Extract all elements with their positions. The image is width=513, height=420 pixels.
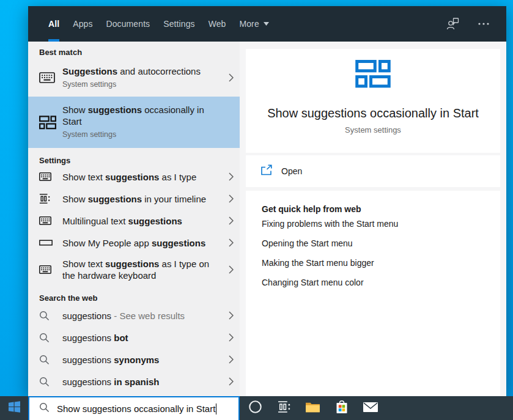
microsoft-store-button[interactable] [327,396,356,420]
web-result-suggestions[interactable]: suggestions - See web results [28,304,240,326]
taskbar: Show suggestions occasionally in Start [0,396,513,420]
quick-help-card: Get quick help from web Fixing problems … [246,191,500,396]
title-bold-part: in spanish [114,377,159,387]
title-post-part: as I type [159,172,196,182]
title-bold-part: suggestions [105,259,159,269]
chevron-right-icon[interactable] [225,355,234,364]
tab-settings[interactable]: Settings [157,6,201,42]
results-list: Best match Suggestions and autocorrectio… [28,42,240,396]
result-title: suggestions bot [57,332,225,344]
help-link-fixing-start-menu[interactable]: Fixing problems with the Start menu [262,214,488,234]
cortana-button[interactable] [241,396,270,420]
preview-subtitle: System settings [345,125,401,134]
section-header-settings: Settings [28,156,240,166]
chevron-right-icon[interactable] [225,216,234,225]
search-input-value: Show suggestions occasionally in Start [57,403,215,414]
mail-button[interactable] [356,396,385,420]
web-result-suggestions-bot[interactable]: suggestions bot [28,326,240,348]
result-my-people-app-suggestions[interactable]: Show My People app suggestions [28,232,240,254]
search-icon [39,311,57,321]
tab-all-label: All [48,19,59,29]
result-show-text-suggestions-hardware-keyboard[interactable]: Show text suggestions as I type on the h… [28,254,240,286]
title-pre-part: suggestions [62,333,114,343]
help-link-opening-start-menu[interactable]: Opening the Start menu [262,234,488,253]
search-flyout-window: All Apps Documents Settings Web More [28,6,506,396]
chevron-down-icon [264,22,269,26]
title-pre-part: Show My People app [62,238,152,248]
task-view-icon [278,400,290,416]
title-gray-part: - See web results [111,311,185,321]
result-title: suggestions - See web results [57,310,225,322]
title-pre-part: Multilingual text [62,216,128,226]
title-bold-part: synonyms [114,355,159,365]
result-title: Show text suggestions as I type on the h… [57,258,225,281]
result-show-suggestions-timeline[interactable]: Show suggestions in your timeline [28,188,240,210]
start-button[interactable] [0,396,28,420]
task-view-button[interactable] [270,396,298,420]
chevron-right-icon[interactable] [225,172,234,181]
title-pre-part: suggestions [62,377,114,387]
chevron-right-icon[interactable] [225,194,234,203]
chevron-right-icon[interactable] [225,333,234,342]
more-options-icon[interactable] [476,16,492,32]
title-pre-part: suggestions [62,311,111,321]
file-explorer-icon [305,401,320,416]
chevron-right-icon[interactable] [225,311,234,320]
chevron-right-icon[interactable] [225,73,234,82]
tab-web-label: Web [209,19,226,29]
tab-apps[interactable]: Apps [66,6,99,42]
title-pre-part: Show [62,105,88,115]
search-icon [39,377,57,387]
tab-documents-label: Documents [106,19,150,29]
result-suggestions-autocorrections[interactable]: Suggestions and autocorrections System s… [28,59,240,97]
chevron-right-icon[interactable] [225,238,234,247]
result-show-text-suggestions-type[interactable]: Show text suggestions as I type [28,166,240,188]
mail-icon [363,401,378,416]
open-action-row[interactable]: Open [246,155,500,187]
title-pre-part: Show text [62,172,105,182]
timeline-icon [39,193,57,204]
title-bold-part: suggestions [105,172,159,182]
tab-settings-label: Settings [163,19,194,29]
tab-more[interactable]: More [232,6,275,42]
quick-help-header: Get quick help from web [262,204,488,214]
title-post-part: in your timeline [142,194,206,204]
start-tiles-icon [39,116,57,130]
result-title: suggestions synonyms [57,354,225,366]
title-pre-part: Show text [62,259,105,269]
taskbar-search-input[interactable]: Show suggestions occasionally in Start [28,396,240,420]
chevron-right-icon[interactable] [225,377,234,386]
chevron-right-icon[interactable] [225,265,234,274]
title-bold-part: Suggestions [62,66,117,76]
keyboard-icon [39,265,57,274]
title-bold-part: bot [114,333,128,343]
section-header-search-web: Search the web [28,293,240,303]
tab-documents[interactable]: Documents [100,6,157,42]
result-title: Multilingual text suggestions [57,215,225,227]
keyboard-icon [39,72,57,83]
help-link-start-menu-color[interactable]: Changing Start menu color [262,273,488,292]
result-show-suggestions-start-selected[interactable]: Show suggestions occasionally in Start S… [28,97,240,148]
people-bar-icon [39,239,57,246]
open-label: Open [281,166,302,176]
tab-web[interactable]: Web [202,6,233,42]
preview-summary-card: Show suggestions occasionally in Start S… [246,49,500,153]
result-title: suggestions in spanish [57,376,225,388]
result-multilingual-text-suggestions[interactable]: Multilingual text suggestions [28,210,240,232]
title-bold-part: suggestions [88,194,142,204]
web-result-suggestions-synonyms[interactable]: suggestions synonyms [28,348,240,370]
tab-more-label: More [239,19,259,29]
section-header-best-match: Best match [28,48,240,57]
keyboard-icon [39,216,57,225]
result-title: Show text suggestions as I type [57,171,225,183]
search-icon [39,355,57,365]
cortana-icon [248,400,262,416]
tab-all[interactable]: All [42,6,66,42]
result-subtitle: System settings [62,79,221,90]
help-link-start-menu-bigger[interactable]: Making the Start menu bigger [262,253,488,273]
search-icon [39,402,50,415]
preview-title: Show suggestions occasionally in Start [267,106,479,120]
feedback-person-icon[interactable] [445,16,461,32]
web-result-suggestions-in-spanish[interactable]: suggestions in spanish [28,370,240,392]
file-explorer-button[interactable] [298,396,327,420]
